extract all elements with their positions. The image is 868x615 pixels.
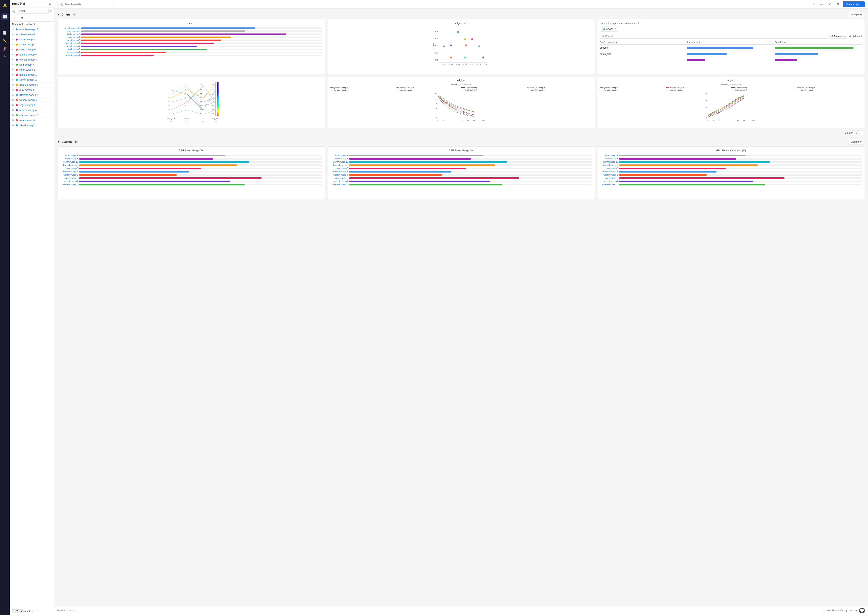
score-chart-card: score wobbly-sweep-10 silver-sweep-9 liv… <box>57 19 325 74</box>
run-item[interactable]: 👁 kind-sweep-3 <box>10 62 54 67</box>
system-bar-label: different-sweep-7 <box>60 170 78 173</box>
param-search-input[interactable] <box>605 35 826 37</box>
sidebar-icon-database[interactable]: 🗄 <box>1 53 8 61</box>
run-item[interactable]: 👁 eternal-sweep-4 <box>10 57 54 62</box>
run-item[interactable]: 👁 radiant-sweep-5 <box>10 52 54 57</box>
svg-text:0.4: 0.4 <box>705 106 707 108</box>
clear-search-icon[interactable]: ✕ <box>50 10 52 12</box>
run-item[interactable]: 👁 silver-sweep-9 <box>10 32 54 37</box>
run-item[interactable]: 👁 wobbly-sweep-10 <box>10 27 54 32</box>
settings-icon[interactable]: ⚙ <box>835 1 841 7</box>
runs-search-input[interactable] <box>16 9 48 14</box>
undo-icon[interactable]: ↩ <box>850 609 853 612</box>
system-add-panel-button[interactable]: Add panel <box>849 139 865 144</box>
run-visibility-icon[interactable]: 👁 <box>12 38 14 41</box>
run-item[interactable]: 👁 devoted-sweep-9 <box>10 83 54 87</box>
run-visibility-icon[interactable]: 👁 <box>12 73 14 76</box>
run-visibility-icon[interactable]: 👁 <box>12 33 14 36</box>
redo-icon[interactable]: ↪ <box>855 609 857 612</box>
run-color-dot <box>16 79 18 81</box>
sort-icon[interactable]: ↕ <box>26 16 32 20</box>
system-bar-label: ethereal-sweep-3 <box>60 183 78 186</box>
run-item[interactable]: 👁 different-sweep-7 <box>10 93 54 98</box>
score-bar-fill <box>81 39 221 41</box>
sidebar-icon-grid[interactable]: ⊞ <box>1 21 8 28</box>
svg-text:0.70: 0.70 <box>211 101 214 103</box>
search-panels-input[interactable] <box>64 3 112 6</box>
sidebar-icon-brush[interactable]: ✏️ <box>1 37 8 44</box>
run-visibility-icon[interactable]: 👁 <box>12 78 14 81</box>
svg-text:35: 35 <box>168 105 170 106</box>
runs-prev-page[interactable]: ‹ <box>31 609 35 613</box>
run-item[interactable]: 👁 wobbly-sweep-6 <box>10 98 54 103</box>
legend-item: feasible-sweep-3 <box>797 87 862 89</box>
system-toggle-icon[interactable]: ▼ <box>57 140 60 144</box>
charts-next-btn[interactable]: › <box>860 130 865 135</box>
run-color-dot <box>16 124 18 126</box>
run-item[interactable]: 👁 sunny-sweep-7 <box>10 42 54 47</box>
columns-icon[interactable]: ⊟ <box>19 16 25 20</box>
charts-prev-btn[interactable]: ‹ <box>854 130 859 135</box>
run-visibility-icon[interactable]: 👁 <box>12 58 14 61</box>
system-bar-fill <box>349 181 490 182</box>
run-item[interactable]: 👁 comfy-sweep-10 <box>10 78 54 83</box>
runs-next-page[interactable]: › <box>36 609 41 613</box>
run-visibility-icon[interactable]: 👁 <box>12 104 14 106</box>
run-item[interactable]: 👁 eager-sweep-5 <box>10 103 54 108</box>
smooth-icon[interactable]: ⋯ <box>818 1 824 7</box>
charts-toggle-icon[interactable]: ▼ <box>57 13 60 16</box>
run-item[interactable]: 👁 ethereal-sweep-3 <box>10 113 54 118</box>
metrics-icon[interactable]: ✕ <box>810 1 816 7</box>
run-item[interactable]: 👁 radiant-sweep-1 <box>10 72 54 78</box>
score-bar-row: silver-sweep-9 <box>60 30 322 32</box>
run-visibility-icon[interactable]: 👁 <box>12 119 14 122</box>
sidebar-icon-rocket[interactable]: 🚀 <box>1 45 8 53</box>
tune-icon[interactable]: ⇄ <box>849 35 851 38</box>
chat-icon[interactable]: 💬 <box>859 608 865 613</box>
parameters-button[interactable]: ⚙ Parameters <box>829 34 848 39</box>
run-item[interactable]: 👁 stilted-sweep-1 <box>10 123 54 128</box>
run-visibility-icon[interactable]: 👁 <box>12 63 14 66</box>
param-search-box[interactable]: 🔍 <box>600 34 828 39</box>
workspace-more-icon[interactable]: ⋯ <box>75 609 77 612</box>
run-item[interactable]: 👁 rosy-sweep-8 <box>10 87 54 93</box>
run-visibility-icon[interactable]: 👁 <box>12 99 14 101</box>
run-visibility-icon[interactable]: 👁 <box>12 69 14 71</box>
svg-point-22 <box>478 45 480 47</box>
table-view-icon[interactable]: ⊞ <box>49 2 52 5</box>
sidebar-icon-notifications[interactable]: 🔔 <box>1 2 8 9</box>
run-visibility-icon[interactable]: 👁 <box>12 124 14 127</box>
charts-add-panel-button[interactable]: Add panel <box>849 12 865 17</box>
filter-icon[interactable]: ≡ <box>12 16 17 20</box>
run-visibility-icon[interactable]: 👁 <box>12 84 14 86</box>
run-visibility-icon[interactable]: 👁 <box>12 28 14 31</box>
run-item[interactable]: 👁 swept-sweep-6 <box>10 47 54 52</box>
run-item[interactable]: 👁 warm-sweep-2 <box>10 118 54 123</box>
search-panels-bar[interactable]: 🔍 <box>57 2 114 7</box>
svg-text:0: 0 <box>436 117 437 119</box>
run-color-dot <box>16 89 18 91</box>
outliers-icon[interactable]: ⤢ <box>827 1 833 7</box>
run-visibility-icon[interactable]: 👁 <box>12 89 14 91</box>
run-visibility-icon[interactable]: 👁 <box>12 53 14 56</box>
run-visibility-icon[interactable]: 👁 <box>12 114 14 117</box>
param-dropdown[interactable]: 📊 epoch ▾ <box>600 26 618 32</box>
sidebar-icon-files[interactable]: 📄 <box>1 29 8 36</box>
score-bar-fill <box>81 45 197 47</box>
svg-text:lr: lr <box>203 118 204 120</box>
run-visibility-icon[interactable]: 👁 <box>12 48 14 51</box>
sidebar-icon-charts[interactable]: 📊 <box>1 13 8 20</box>
svg-point-25 <box>450 56 452 59</box>
run-visibility-icon[interactable]: 👁 <box>12 109 14 112</box>
legend-line <box>797 87 801 88</box>
run-visibility-icon[interactable]: 👁 <box>12 94 14 97</box>
legend-item: revived-sweep-1 <box>600 89 665 91</box>
runs-per-page-select[interactable]: 1-201-501-100 <box>12 609 23 613</box>
create-report-button[interactable]: Create report <box>843 2 865 7</box>
run-item[interactable]: 👁 lively-sweep-8 <box>10 37 54 42</box>
run-item[interactable]: 👁 sleek-sweep-2 <box>10 67 54 72</box>
svg-text:val_acc: val_acc <box>212 118 219 120</box>
run-visibility-icon[interactable]: 👁 <box>12 43 14 46</box>
svg-text:0.06: 0.06 <box>470 63 474 66</box>
run-item[interactable]: 👁 apricot-sweep-4 <box>10 108 54 113</box>
